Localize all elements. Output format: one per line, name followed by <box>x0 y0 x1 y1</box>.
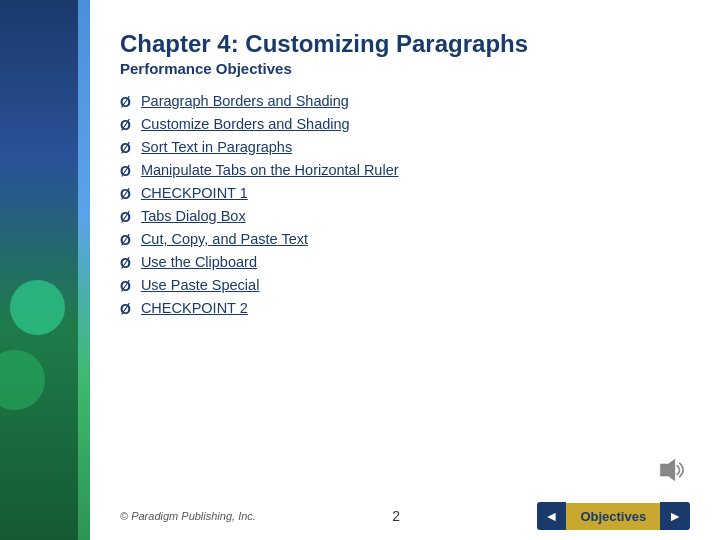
main-content-area: Chapter 4: Customizing Paragraphs Perfor… <box>90 0 720 540</box>
arrow-icon-9: Ø <box>120 278 131 294</box>
teal-decoration-2 <box>0 350 45 410</box>
objective-link-2[interactable]: Customize Borders and Shading <box>141 116 350 132</box>
copyright-text: © Paradigm Publishing, Inc. <box>120 510 256 522</box>
arrow-icon-1: Ø <box>120 94 131 110</box>
arrow-icon-10: Ø <box>120 301 131 317</box>
nav-back-button[interactable]: ◄ <box>537 502 567 530</box>
objectives-badge[interactable]: Objectives <box>566 503 660 530</box>
objective-link-1[interactable]: Paragraph Borders and Shading <box>141 93 349 109</box>
objective-item-3: ØSort Text in Paragraphs <box>120 139 690 156</box>
objective-link-5[interactable]: CHECKPOINT 1 <box>141 185 248 201</box>
sound-icon[interactable] <box>654 456 686 488</box>
nav-forward-button[interactable]: ► <box>660 502 690 530</box>
arrow-icon-6: Ø <box>120 209 131 225</box>
objective-item-5: ØCHECKPOINT 1 <box>120 185 690 202</box>
objective-item-2: ØCustomize Borders and Shading <box>120 116 690 133</box>
arrow-icon-8: Ø <box>120 255 131 271</box>
objective-link-6[interactable]: Tabs Dialog Box <box>141 208 246 224</box>
objective-item-6: ØTabs Dialog Box <box>120 208 690 225</box>
objective-item-10: ØCHECKPOINT 2 <box>120 300 690 317</box>
teal-decoration-1 <box>10 280 65 335</box>
arrow-icon-5: Ø <box>120 186 131 202</box>
svg-marker-0 <box>660 459 674 481</box>
objective-item-4: ØManipulate Tabs on the Horizontal Ruler <box>120 162 690 179</box>
arrow-icon-7: Ø <box>120 232 131 248</box>
objective-link-8[interactable]: Use the Clipboard <box>141 254 257 270</box>
sound-icon-area[interactable] <box>650 454 690 490</box>
objective-item-8: ØUse the Clipboard <box>120 254 690 271</box>
arrow-icon-4: Ø <box>120 163 131 179</box>
objective-item-9: ØUse Paste Special <box>120 277 690 294</box>
footer: © Paradigm Publishing, Inc. 2 ◄ Objectiv… <box>90 502 720 530</box>
left-decorative-bar <box>0 0 90 540</box>
performance-objectives-label: Performance Objectives <box>120 60 690 77</box>
page-number: 2 <box>392 508 400 524</box>
objective-link-4[interactable]: Manipulate Tabs on the Horizontal Ruler <box>141 162 399 178</box>
objective-link-9[interactable]: Use Paste Special <box>141 277 259 293</box>
arrow-icon-3: Ø <box>120 140 131 156</box>
objective-item-1: ØParagraph Borders and Shading <box>120 93 690 110</box>
arrow-icon-2: Ø <box>120 117 131 133</box>
objectives-nav[interactable]: ◄ Objectives ► <box>537 502 690 530</box>
objective-link-10[interactable]: CHECKPOINT 2 <box>141 300 248 316</box>
objective-link-7[interactable]: Cut, Copy, and Paste Text <box>141 231 308 247</box>
chapter-title: Chapter 4: Customizing Paragraphs <box>120 30 690 58</box>
objectives-list: ØParagraph Borders and ShadingØCustomize… <box>120 93 690 317</box>
objective-item-7: ØCut, Copy, and Paste Text <box>120 231 690 248</box>
left-bar-accent <box>78 0 90 540</box>
objective-link-3[interactable]: Sort Text in Paragraphs <box>141 139 292 155</box>
